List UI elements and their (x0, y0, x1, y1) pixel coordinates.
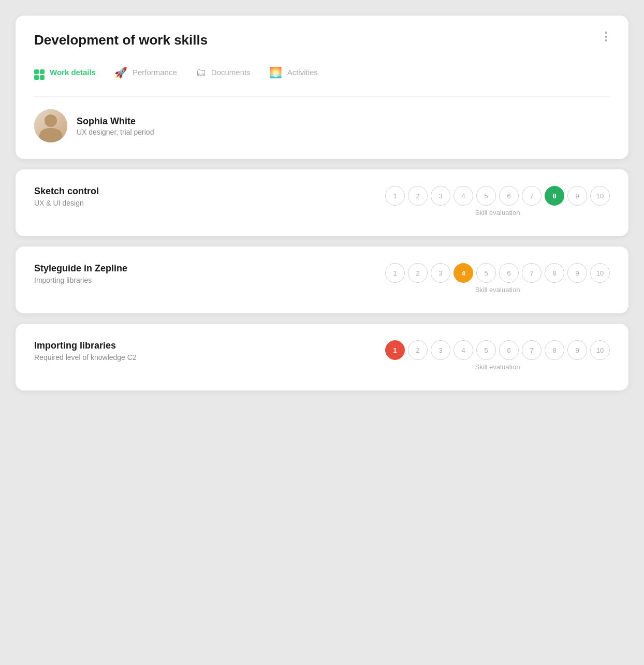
skill-header: Styleguide in ZeplineImporting libraries… (34, 263, 610, 294)
skill-header: Importing librariesRequired level of kno… (34, 340, 610, 371)
tab-work-details-label: Work details (50, 68, 96, 77)
skill-title: Styleguide in Zepline (34, 263, 127, 274)
tab-performance-label: Performance (133, 68, 177, 77)
skill-left: Importing librariesRequired level of kno… (34, 340, 137, 362)
activities-icon: 🌅 (269, 66, 282, 79)
tab-bar: Work details 🚀 Performance 🗂 Documents 🌅… (34, 65, 610, 82)
rating-row: 12345678910 (385, 186, 610, 206)
rating-bubble-4[interactable]: 4 (453, 340, 473, 360)
rating-bubble-1[interactable]: 1 (385, 340, 405, 360)
rating-bubble-5[interactable]: 5 (476, 340, 496, 360)
rating-bubble-2[interactable]: 2 (408, 186, 428, 206)
avatar (34, 109, 67, 142)
skill-eval-label: Skill evaluation (475, 363, 520, 371)
skill-eval-label: Skill evaluation (475, 286, 520, 294)
rating-bubble-10[interactable]: 10 (590, 186, 610, 206)
user-name: Sophia White (77, 116, 154, 127)
grid-icon (34, 65, 45, 80)
rating-bubble-2[interactable]: 2 (408, 263, 428, 283)
tab-performance[interactable]: 🚀 Performance (114, 65, 177, 82)
rating-bubble-7[interactable]: 7 (522, 186, 541, 206)
skill-subtitle: UX & UI design (34, 199, 99, 207)
rating-bubble-6[interactable]: 6 (499, 263, 519, 283)
rating-bubble-9[interactable]: 9 (567, 263, 587, 283)
skill-subtitle: Required level of knowledge C2 (34, 353, 137, 362)
rating-row: 12345678910 (385, 340, 610, 360)
rating-bubble-3[interactable]: 3 (431, 186, 450, 206)
rating-bubble-6[interactable]: 6 (499, 340, 519, 360)
skill-title: Importing libraries (34, 340, 137, 351)
tab-activities[interactable]: 🌅 Activities (269, 65, 318, 82)
tab-work-details[interactable]: Work details (34, 65, 96, 82)
rating-bubble-8[interactable]: 8 (545, 263, 564, 283)
rating-bubble-9[interactable]: 9 (567, 186, 587, 206)
header-card: Development of work skills ⋮ Work detail… (16, 16, 628, 159)
skill-subtitle: Importing libraries (34, 276, 127, 284)
user-info: Sophia White UX designer, trial period (77, 116, 154, 136)
skill-header: Sketch controlUX & UI design12345678910S… (34, 186, 610, 216)
rating-bubble-1[interactable]: 1 (385, 186, 405, 206)
rating-bubble-10[interactable]: 10 (590, 340, 610, 360)
rating-bubble-3[interactable]: 3 (431, 340, 450, 360)
divider (34, 96, 610, 97)
rating-bubble-6[interactable]: 6 (499, 186, 519, 206)
skills-container: Sketch controlUX & UI design12345678910S… (16, 169, 628, 391)
skill-card-sketch-control: Sketch controlUX & UI design12345678910S… (16, 169, 628, 236)
rating-bubble-5[interactable]: 5 (476, 263, 496, 283)
tab-documents[interactable]: 🗂 Documents (196, 65, 251, 82)
skill-card-styleguide-zepline: Styleguide in ZeplineImporting libraries… (16, 247, 628, 313)
rating-bubble-10[interactable]: 10 (590, 263, 610, 283)
skill-left: Sketch controlUX & UI design (34, 186, 99, 207)
page-title: Development of work skills (34, 32, 610, 48)
user-row: Sophia White UX designer, trial period (34, 109, 610, 142)
tab-documents-label: Documents (211, 68, 251, 77)
rating-bubble-8[interactable]: 8 (545, 186, 564, 206)
rating-bubble-7[interactable]: 7 (522, 340, 541, 360)
skill-card-importing-libraries: Importing librariesRequired level of kno… (16, 324, 628, 391)
more-options-icon[interactable]: ⋮ (600, 30, 612, 44)
skill-eval-label: Skill evaluation (475, 209, 520, 216)
rating-row: 12345678910 (385, 263, 610, 283)
rating-bubble-2[interactable]: 2 (408, 340, 428, 360)
skill-right: 12345678910Skill evaluation (385, 340, 610, 371)
rating-bubble-7[interactable]: 7 (522, 263, 541, 283)
skill-left: Styleguide in ZeplineImporting libraries (34, 263, 127, 284)
folder-icon: 🗂 (196, 66, 206, 78)
user-role: UX designer, trial period (77, 128, 154, 136)
rating-bubble-9[interactable]: 9 (567, 340, 587, 360)
rating-bubble-8[interactable]: 8 (545, 340, 564, 360)
skill-right: 12345678910Skill evaluation (385, 186, 610, 216)
rating-bubble-4[interactable]: 4 (453, 186, 473, 206)
rating-bubble-4[interactable]: 4 (453, 263, 473, 283)
rocket-icon: 🚀 (114, 66, 127, 79)
rating-bubble-1[interactable]: 1 (385, 263, 405, 283)
rating-bubble-3[interactable]: 3 (431, 263, 450, 283)
tab-activities-label: Activities (287, 68, 318, 77)
skill-right: 12345678910Skill evaluation (385, 263, 610, 294)
avatar-image (34, 109, 67, 142)
skill-title: Sketch control (34, 186, 99, 197)
rating-bubble-5[interactable]: 5 (476, 186, 496, 206)
